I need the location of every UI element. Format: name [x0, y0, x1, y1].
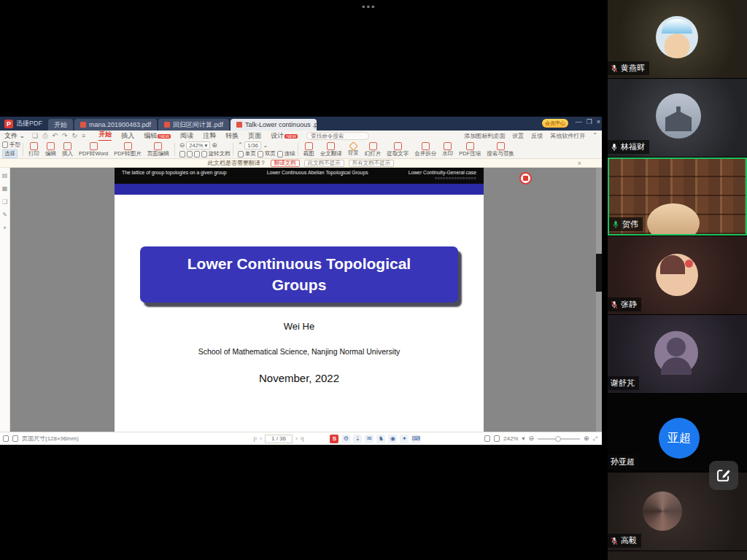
- annotation-pen-button[interactable]: [709, 461, 738, 490]
- tab-document-1[interactable]: mana.201900483.pdf: [74, 119, 157, 131]
- tab-document-2[interactable]: 回归区间计算.pdf: [158, 119, 229, 131]
- skip-all-docs-button[interactable]: 所有文档不提示: [349, 160, 395, 167]
- download-icon[interactable]: ⇣: [353, 435, 362, 443]
- rotate-left-icon[interactable]: [194, 151, 200, 158]
- double-page-icon[interactable]: [258, 151, 263, 158]
- status-zoom-value[interactable]: 242%: [503, 435, 518, 442]
- menu-tab-comment[interactable]: 注释: [203, 131, 216, 141]
- tools-icon[interactable]: ✦: [400, 435, 409, 443]
- more-menu-icon[interactable]: ≡: [82, 132, 85, 140]
- comments-icon[interactable]: ❑: [2, 198, 7, 205]
- participant-tile[interactable]: 亚超 孙亚超: [608, 394, 747, 472]
- member-center-badge[interactable]: 会员中心: [542, 119, 568, 128]
- screenshot-button[interactable]: 截图: [301, 142, 317, 157]
- fit-width-icon[interactable]: [494, 435, 500, 442]
- page-down-icon[interactable]: ⌄: [263, 142, 268, 149]
- translate-button[interactable]: 全文翻译: [317, 142, 345, 157]
- menu-tab-read[interactable]: 阅读: [180, 131, 193, 141]
- ime-settings-icon[interactable]: ⚙: [341, 435, 350, 443]
- menu-tab-page[interactable]: 页面: [248, 131, 261, 141]
- hand-tool[interactable]: 手型: [2, 141, 20, 149]
- zoom-dropdown-icon[interactable]: ▾: [522, 435, 525, 442]
- meeting-control-handle[interactable]: •••: [362, 1, 376, 12]
- open-with-other-link[interactable]: 其他软件打开: [550, 132, 585, 140]
- notification-close-icon[interactable]: ×: [578, 160, 581, 167]
- app-logo[interactable]: P 迅捷PDF: [0, 119, 48, 131]
- pdf-to-word-button[interactable]: PDF转Word: [76, 142, 111, 157]
- scrollbar-thumb[interactable]: [596, 254, 602, 292]
- background-button[interactable]: 背景: [345, 143, 362, 156]
- next-page-icon[interactable]: ›: [295, 435, 298, 442]
- single-page-icon[interactable]: [238, 151, 244, 158]
- feedback-link[interactable]: 反馈: [531, 132, 543, 140]
- watermark-button[interactable]: 水印: [439, 142, 456, 157]
- minimize-button[interactable]: —: [576, 118, 582, 125]
- fullscreen-icon[interactable]: ⤢: [593, 435, 597, 443]
- fit-window-icon[interactable]: [484, 435, 490, 442]
- rotate-right-icon[interactable]: [201, 151, 207, 158]
- tab-document-active[interactable]: Talk-Lower continuous .pdf ×: [231, 119, 317, 131]
- new-doc-icon[interactable]: ❏: [32, 132, 38, 140]
- settings-link[interactable]: 设置: [512, 132, 524, 140]
- fit-width-icon[interactable]: [187, 151, 193, 158]
- menu-tab-insert[interactable]: 插入: [121, 131, 134, 141]
- tab-home[interactable]: 开始: [48, 119, 73, 131]
- participant-tile[interactable]: 谢舒芃: [608, 315, 747, 393]
- zoom-out-icon[interactable]: ⊖: [529, 435, 535, 442]
- zoom-in-icon[interactable]: ⊕: [584, 435, 589, 442]
- game-icon[interactable]: ♞: [376, 435, 385, 443]
- close-button[interactable]: ×: [597, 118, 600, 125]
- maximize-button[interactable]: ❐: [587, 118, 592, 125]
- keyboard-icon[interactable]: ⌨: [411, 435, 420, 443]
- first-page-icon[interactable]: |‹: [254, 435, 258, 442]
- collapse-ribbon-icon[interactable]: ⌃: [592, 132, 597, 140]
- continuous-icon[interactable]: [277, 151, 283, 158]
- slideshow-button[interactable]: 幻灯片: [362, 142, 384, 157]
- menu-tab-convert[interactable]: 转换: [225, 131, 239, 141]
- thumbnails-icon[interactable]: ▤: [2, 172, 8, 179]
- participant-tile[interactable]: 林福财: [608, 79, 747, 157]
- zoom-slider-knob[interactable]: [555, 436, 561, 442]
- participant-tile[interactable]: 黄燕晖: [608, 0, 747, 78]
- file-menu[interactable]: 文件 ⌄: [4, 131, 25, 141]
- shield-icon[interactable]: ◉: [388, 435, 397, 443]
- insert-button[interactable]: 插入: [59, 142, 76, 157]
- skip-this-doc-button[interactable]: 此文档不提示: [304, 160, 344, 167]
- bookmarks-icon[interactable]: ▦: [2, 185, 8, 192]
- menu-tab-design[interactable]: 设计NEW: [271, 131, 298, 141]
- page-number-box[interactable]: 1/36: [244, 141, 261, 149]
- print-button[interactable]: 打印: [26, 142, 42, 157]
- edit-button[interactable]: 编辑: [42, 142, 59, 157]
- command-search-input[interactable]: [306, 132, 369, 140]
- menu-tab-home[interactable]: 开始: [98, 130, 112, 141]
- mail-icon[interactable]: ✉: [365, 435, 374, 443]
- undo-icon[interactable]: ↶: [52, 132, 58, 140]
- page-up-icon[interactable]: ⌃: [238, 142, 244, 149]
- last-page-icon[interactable]: ›|: [301, 435, 304, 442]
- compress-button[interactable]: PDF压缩: [456, 142, 484, 157]
- zoom-slider[interactable]: [538, 438, 580, 440]
- page-edit-button[interactable]: 页面编辑: [144, 142, 172, 157]
- redo-icon[interactable]: ↷: [62, 132, 68, 140]
- attachment-icon[interactable]: ⌖: [3, 225, 7, 232]
- floating-red-button[interactable]: [519, 172, 532, 184]
- pdf-to-image-button[interactable]: PDF转图片: [111, 142, 144, 157]
- participant-tile-active-speaker[interactable]: 贺伟: [608, 158, 747, 236]
- annotate-icon[interactable]: ✎: [2, 211, 7, 218]
- vertical-scrollbar[interactable]: [596, 168, 602, 432]
- zoom-level-select[interactable]: 242%▾: [186, 141, 210, 149]
- select-tool[interactable]: 选择: [2, 149, 20, 158]
- translate-doc-button[interactable]: 翻译文档: [271, 160, 300, 167]
- refresh-icon[interactable]: ↻: [71, 132, 77, 140]
- merge-split-button[interactable]: 合并拆分: [411, 142, 439, 157]
- add-desktop-icon-link[interactable]: 添加图标到桌面: [464, 132, 505, 140]
- extract-text-button[interactable]: 提取文字: [384, 142, 411, 157]
- zoom-out-icon[interactable]: ⊖: [179, 142, 185, 149]
- ime-logo-icon[interactable]: S: [330, 435, 338, 443]
- prev-page-icon[interactable]: ‹: [260, 435, 262, 442]
- zoom-in-icon[interactable]: ⊕: [212, 142, 217, 149]
- print-icon[interactable]: ⎙: [42, 132, 47, 140]
- page-indicator[interactable]: 1 / 36: [265, 435, 293, 443]
- participant-tile[interactable]: 张静: [608, 236, 747, 314]
- menu-tab-edit[interactable]: 编辑NEW: [144, 131, 171, 141]
